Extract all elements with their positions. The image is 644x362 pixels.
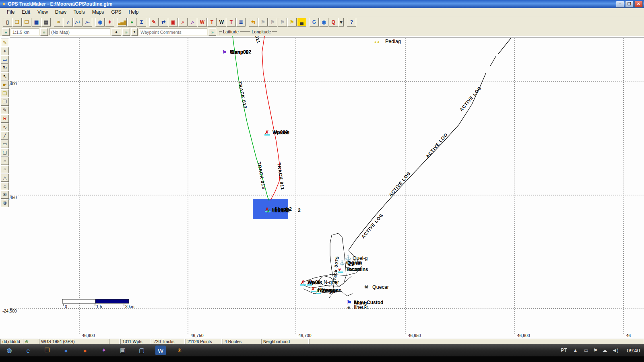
quick-view-button[interactable]: Q	[329, 18, 338, 27]
waypoint-bamp002-icon[interactable]: ⚑	[222, 49, 227, 55]
tool-freehand-curve[interactable]: ∿	[1, 123, 9, 131]
taskbar-internet-explorer-icon[interactable]: e	[23, 346, 33, 355]
download-gps-button[interactable]: ⚑	[287, 18, 297, 27]
waypoint-n-quer-label[interactable]: N-quer	[324, 280, 339, 285]
tool-rectangle[interactable]: ▭	[1, 140, 9, 148]
menu-maps[interactable]: Maps	[89, 9, 107, 15]
waypoint-name-button[interactable]: W	[198, 18, 207, 27]
comments-chevron-button[interactable]: »	[122, 28, 130, 36]
track-splice-button[interactable]: ⇄	[159, 18, 168, 27]
taskbar-clock[interactable]: 09:40	[627, 348, 640, 354]
taskbar-app-blue-icon[interactable]: ◍	[4, 346, 14, 355]
web-map-button[interactable]: ◉	[95, 18, 105, 27]
waypoint-cluster-ilheu02-label[interactable]: Ilheub2	[275, 206, 292, 212]
waypoint-wp089-label[interactable]: We089	[274, 130, 289, 136]
map-select[interactable]: (No Map)	[49, 29, 110, 35]
google-earth-button[interactable]: ◉	[319, 18, 328, 27]
waypoint-wp08-icon[interactable]: ✗	[301, 280, 305, 285]
track-line-active-log[interactable]	[349, 73, 486, 250]
tool-rectangle-select[interactable]: ▭	[1, 56, 9, 64]
minimize-button[interactable]: –	[616, 1, 624, 8]
tool-waypoint-marker[interactable]: ⌖	[1, 47, 9, 55]
track-name-button[interactable]: T	[207, 18, 217, 27]
title-bar[interactable]: ✴ GPS TrackMaker - E:\Moorea\GPS\outline…	[0, 0, 644, 8]
map-chevron-button[interactable]: »	[40, 28, 48, 36]
taskbar-window-icon[interactable]: ▢	[136, 346, 147, 355]
track-editor-button[interactable]: ✎	[149, 18, 159, 27]
taskbar-app-orange-icon[interactable]: ●	[80, 346, 90, 355]
help-button[interactable]: ?	[347, 18, 356, 27]
map-canvas[interactable]: 01.53 kmTRACK 013TRACK 013TRACK 011TRACK…	[0, 36, 644, 339]
volume-icon[interactable]: ◄)	[612, 348, 619, 353]
tool-pointer[interactable]: ↖	[1, 72, 9, 80]
track-line-active-log[interactable]	[490, 56, 496, 66]
waypoint-navegue-icon[interactable]: ✗	[311, 286, 315, 292]
waypoint-quecar-label[interactable]: Quecar	[372, 284, 389, 290]
close-button[interactable]: ✕	[634, 1, 643, 8]
zoom-in-button[interactable]: ⌕+	[73, 18, 83, 27]
text-search-button[interactable]: ⌕	[188, 18, 197, 27]
display-icon[interactable]: ▭	[584, 348, 588, 353]
track-line-track-011[interactable]	[262, 36, 280, 200]
waypoint-search-button[interactable]: ⌕	[178, 18, 188, 27]
waypoint-comments-input[interactable]	[139, 29, 207, 35]
tool-rounded-rectangle[interactable]: ▢	[1, 148, 9, 156]
taskbar-word-icon[interactable]: W	[155, 346, 166, 355]
open-file-button[interactable]: ❐	[12, 18, 22, 27]
chart-button[interactable]: ▂▄▆	[118, 18, 127, 27]
waypoint-cluster-ilheu02-icon[interactable]: ✗	[267, 209, 270, 213]
zoom-tool-button[interactable]: ⌕	[64, 18, 73, 27]
tool-route-pencil[interactable]: R	[1, 115, 9, 123]
waypoint-bamp002-label[interactable]: Banp02	[231, 49, 249, 55]
track-line-track-0075[interactable]	[341, 291, 353, 296]
realtime-navigation-button[interactable]: ▄	[297, 18, 306, 27]
cloud-icon[interactable]: ☁	[603, 348, 607, 353]
menu-edit[interactable]: Edit	[18, 9, 34, 15]
tool-rotate[interactable]: ↻	[1, 64, 9, 72]
map-polygon-button[interactable]: ●	[127, 18, 136, 27]
upload-routes-button[interactable]: ⚑	[278, 18, 287, 27]
tray-expand-arrow-icon[interactable]: ▲	[573, 348, 578, 353]
tool-octagon[interactable]: ⑧	[1, 199, 9, 207]
waypoint-ilheu-t-icon[interactable]: ◉	[347, 306, 350, 309]
tool-style-editor[interactable]: ✎	[1, 39, 9, 47]
waypoint-q-gran-label[interactable]: Qgran	[347, 260, 361, 266]
print-button[interactable]: ▤	[41, 18, 51, 27]
tool-hexagon[interactable]: ⑥	[1, 191, 9, 199]
tool-pentagon[interactable]: ⌂	[1, 182, 9, 190]
statistics-button[interactable]: Σ	[137, 18, 146, 27]
menu-tools[interactable]: Tools	[70, 9, 89, 15]
taskbar-folder-icon[interactable]: ❒	[42, 346, 52, 355]
track-reducer-button[interactable]: ▣	[169, 18, 178, 27]
coordinates-chevron-button[interactable]: »	[208, 28, 216, 36]
save-file-button[interactable]: ▦	[32, 18, 41, 27]
zoom-out-button[interactable]: ⌕-	[83, 18, 92, 27]
taskbar-app-star-icon[interactable]: ✦	[99, 346, 109, 355]
gps-interface-button[interactable]: ¤	[54, 18, 63, 27]
track-line-active-log[interactable]	[498, 38, 511, 54]
tool-ellipse[interactable]: ○	[1, 165, 9, 173]
taskbar-browser-ball-icon[interactable]: ●	[61, 346, 71, 355]
google-maps-button[interactable]: G	[310, 18, 319, 27]
color-options-button[interactable]: ✦	[105, 18, 114, 27]
new-file-button[interactable]: ▯	[3, 18, 12, 27]
waypoint-pedlag-icon[interactable]: ●◄	[374, 40, 380, 44]
tool-pan-hand[interactable]: ☛	[1, 81, 9, 89]
waypoint-navegue-label[interactable]: Navegue	[321, 287, 341, 293]
waypoint-wp08-label[interactable]: We03	[310, 280, 322, 286]
menu-help[interactable]: Help	[125, 9, 142, 15]
upload-tracks-button[interactable]: ⚑	[268, 18, 277, 27]
menu-file[interactable]: File	[3, 9, 18, 15]
taskbar-trackmaker-icon[interactable]: ✳	[174, 346, 185, 355]
waypoint-ilheu-custod-icon[interactable]: ⚑	[347, 299, 352, 306]
waypoint-wp089-icon[interactable]: ✗	[265, 130, 269, 135]
tool-line[interactable]: ╱	[1, 132, 9, 140]
quick-view-caret-button[interactable]: ▾	[339, 18, 344, 27]
file-transfer-button[interactable]: ⇆	[249, 18, 258, 27]
upload-waypoints-button[interactable]: ⚑	[258, 18, 268, 27]
waypoint-tocantins-icon[interactable]: ♥	[338, 267, 341, 272]
waypoint-tocantins-label[interactable]: Tocan	[347, 267, 360, 272]
track-text-button[interactable]: T	[227, 18, 236, 27]
maximize-button[interactable]: ❐	[625, 1, 634, 8]
menu-view[interactable]: View	[34, 9, 52, 15]
